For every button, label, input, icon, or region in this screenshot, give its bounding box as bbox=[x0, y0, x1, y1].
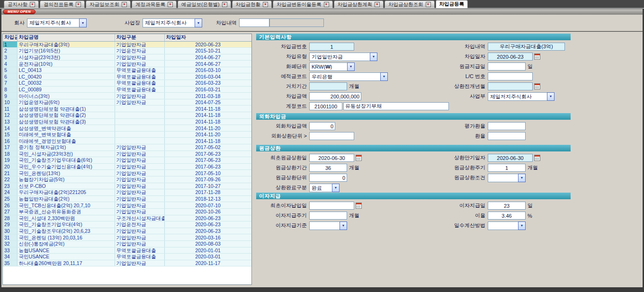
calendar-icon[interactable] bbox=[534, 53, 540, 60]
chevron-down-icon[interactable]: ▼ bbox=[195, 18, 202, 27]
maturity-date-field[interactable] bbox=[488, 154, 533, 162]
chevron-down-icon[interactable]: ▼ bbox=[332, 184, 340, 192]
table-row[interactable]: 20국민_우수기술기업신용대출(4억)기업일반자금2017-06-23 bbox=[3, 163, 251, 170]
site-select[interactable]: 제일저지주식회사 ▼ bbox=[143, 18, 202, 27]
table-row[interactable]: 5LC_00413무역포괄금융대출2016-03-10 bbox=[3, 67, 251, 73]
menu-open-button[interactable]: MENU OPEN bbox=[3, 9, 36, 14]
first-interest-date-field[interactable] bbox=[309, 202, 354, 210]
table-row[interactable]: 35하나대출260백만원 20,11,17기업일반자금2020-11-17 bbox=[3, 260, 251, 266]
table-row[interactable]: 4운전자금(10억)기업일반자금2014-06-27 bbox=[3, 61, 251, 67]
eval-rate-field[interactable] bbox=[488, 122, 526, 130]
tab-close-icon[interactable]: × bbox=[168, 2, 173, 7]
loan-date-field[interactable] bbox=[488, 53, 533, 61]
tab-차입금상환조회[interactable]: 차입금상환조회× bbox=[385, 0, 435, 8]
fc-amount-field[interactable] bbox=[309, 122, 335, 130]
currency-select[interactable]: KRW(₩) ▼ bbox=[309, 62, 355, 71]
chevron-down-icon[interactable]: ▼ bbox=[347, 62, 355, 71]
tab-close-icon[interactable]: × bbox=[76, 2, 81, 7]
chevron-down-icon[interactable]: ▼ bbox=[370, 53, 377, 61]
chevron-down-icon[interactable]: ▼ bbox=[518, 221, 526, 230]
deposit-code-select[interactable]: 우리은행 ▼ bbox=[309, 72, 388, 81]
rate-field[interactable] bbox=[488, 212, 526, 220]
table-row[interactable]: 13삼성생명단체보험 약관대출(3)2014-11-18 bbox=[3, 118, 251, 125]
first-repay-date-field[interactable] bbox=[309, 154, 354, 162]
account-code-field[interactable] bbox=[309, 102, 342, 110]
tab-차입금상환계획[interactable]: 차입금상환계획× bbox=[334, 0, 384, 8]
table-row[interactable]: 2기업기보(16억5천)기업운전자금2015-10-21 bbox=[3, 48, 251, 54]
repay-start-ym-field[interactable] bbox=[488, 82, 533, 90]
table-row[interactable]: 29국민_기술창조기업우대(4억)기업운전자금2020-06-23 bbox=[3, 221, 251, 228]
fc-repay-unit-field[interactable] bbox=[309, 132, 354, 140]
table-row[interactable]: 10기업운영자금(6억)기업일반자금2014-07-25 bbox=[3, 99, 251, 106]
table-row[interactable]: 6LC_00420무역포괄금융대출2016-03-04 bbox=[3, 73, 251, 80]
chevron-down-icon[interactable]: ▼ bbox=[518, 174, 526, 182]
repay-period-field[interactable] bbox=[309, 164, 347, 172]
chevron-down-icon[interactable]: ▼ bbox=[547, 92, 555, 101]
loan-desc-field[interactable] bbox=[488, 43, 565, 51]
grace-period-field[interactable] bbox=[309, 82, 347, 90]
tab-차입금현황[interactable]: 차입금현황× bbox=[232, 0, 272, 8]
table-row[interactable]: 1우리구매자금대출(3억)기업일반자금2020-06-23 bbox=[3, 41, 251, 48]
table-row[interactable]: 27부국증권_선순위유동화증권기업일반자금2020-10-26 bbox=[3, 208, 251, 215]
table-row[interactable]: 19국민_기술창조기업우대대출(6억)기업일반자금2017-06-23 bbox=[3, 157, 251, 164]
tab-close-icon[interactable]: × bbox=[375, 2, 380, 7]
tab-close-icon[interactable]: × bbox=[324, 2, 329, 7]
principal-pay-day-field[interactable] bbox=[488, 62, 526, 71]
repay-cycle-field[interactable] bbox=[488, 164, 526, 172]
table-row[interactable]: 30국민_기술창조우대(2억) 20,6,23기업일반자금2020-06-23 bbox=[3, 228, 251, 234]
interest-cycle-field[interactable] bbox=[309, 212, 347, 220]
table-row[interactable]: 18국민_시설자금(23억3천)기업일반자금2017-06-23 bbox=[3, 150, 251, 157]
table-row[interactable]: 8LC_00089무역포괄금융대출2016-03-21 bbox=[3, 86, 251, 93]
calendar-icon[interactable] bbox=[534, 83, 540, 89]
loan-amount-field[interactable] bbox=[309, 92, 361, 100]
tab-계정과목등록[interactable]: 계정과목등록× bbox=[132, 0, 177, 8]
tab-예금일보(은행별)[interactable]: 예금일보(은행별)× bbox=[178, 0, 231, 8]
day-calc-select[interactable]: ▼ bbox=[488, 221, 526, 230]
calendar-icon[interactable] bbox=[534, 155, 540, 161]
interest-basis-select[interactable]: ▼ bbox=[309, 221, 347, 230]
tab-차입금변동이율등록[interactable]: 차입금변동이율등록× bbox=[273, 0, 333, 8]
ex-rate-field[interactable] bbox=[488, 132, 526, 140]
tab-결의전표등록[interactable]: 결의전표등록× bbox=[40, 0, 85, 8]
loan-no-field[interactable] bbox=[309, 43, 354, 51]
loan-type-select[interactable]: 기업일반자금 ▼ bbox=[309, 53, 377, 61]
tab-자금일보조회[interactable]: 자금일보조회× bbox=[86, 0, 131, 8]
interest-day-field[interactable] bbox=[488, 202, 526, 210]
tab-차입금등록[interactable]: 차입금등록 bbox=[436, 0, 468, 8]
table-row[interactable]: 15미래에셋_변액보험대출2014-11-20 bbox=[3, 131, 251, 138]
table-row[interactable]: 12삼성생명단체보험 약관대출(2)2014-11-18 bbox=[3, 112, 251, 119]
tab-close-icon[interactable]: × bbox=[263, 2, 268, 7]
table-row[interactable]: 32신한(-)통장예금(2억)기업일반자금2020-08-03 bbox=[3, 240, 251, 247]
table-row[interactable]: 24우리구매자금대출(2억)221205기업일반자금2017-11-28 bbox=[3, 189, 251, 196]
table-row[interactable]: 23신보 P-CBO기업일반자금2017-10-27 bbox=[3, 183, 251, 189]
table-row[interactable]: 16미래에셋_경영인보험대출2014-11-18 bbox=[3, 138, 251, 144]
table-row[interactable]: 33농협USANCE무역포괄금융대출2020-01-01 bbox=[3, 247, 251, 254]
tab-close-icon[interactable]: × bbox=[30, 2, 35, 7]
account-name-field[interactable] bbox=[343, 102, 449, 110]
tab-close-icon[interactable]: × bbox=[122, 2, 127, 7]
table-row[interactable]: 11삼성생명단체보험 약관대출(1)2014-11-18 bbox=[3, 106, 251, 112]
table-row[interactable]: 28국민_시설대 2,330백만원구조개선시설자금대출2020-06-23 bbox=[3, 215, 251, 221]
complete-select[interactable]: 완료 ▼ bbox=[309, 184, 340, 192]
tab-공지사항[interactable]: 공지사항× bbox=[4, 0, 39, 8]
table-row[interactable]: 31국민_온렌딩 (13억) 20,03,16기업일반자금2020-03-16 bbox=[3, 234, 251, 241]
chevron-down-icon[interactable]: ▼ bbox=[340, 221, 347, 230]
table-row[interactable]: 17중기청 정책자금(1억)기업일반자금2017-05-02 bbox=[3, 144, 251, 151]
table-row[interactable]: 21국민_온렌딩(13억)기업일반자금2017-05-10 bbox=[3, 170, 251, 177]
loan-desc-input[interactable] bbox=[239, 18, 269, 27]
company-select[interactable]: 제일저지주식회사 ▼ bbox=[27, 18, 87, 27]
table-row[interactable]: 7LC_00032무역포괄금융대출2016-03-23 bbox=[3, 80, 251, 87]
chevron-down-icon[interactable]: ▼ bbox=[79, 18, 87, 27]
table-row[interactable]: 9마이너스(3억)기업일반자금2011-03-18 bbox=[3, 93, 251, 99]
chevron-down-icon[interactable]: ▼ bbox=[380, 72, 388, 81]
repay-unit-field[interactable] bbox=[309, 174, 347, 182]
tab-close-icon[interactable]: × bbox=[426, 2, 431, 7]
table-row[interactable]: 3시설자금(23억3천)기업일반자금2014-06-27 bbox=[3, 54, 251, 61]
table-row[interactable]: 22농협장기차입금(5억)기업일반자금2017-09-26 bbox=[3, 176, 251, 183]
table-row[interactable]: 34국민USANCE무역포괄금융대출2020-03-01 bbox=[3, 254, 251, 260]
table-row[interactable]: 25농협일반자금대출(2억)기업일반자금2018-12-13 bbox=[3, 195, 251, 202]
tab-close-icon[interactable]: × bbox=[222, 2, 227, 7]
repay-cond-select[interactable]: ▼ bbox=[488, 174, 526, 182]
division-select[interactable]: 제일저지주식회사 ▼ bbox=[488, 92, 555, 101]
table-row[interactable]: 14삼성생명_변액약관대출2014-11-20 bbox=[3, 125, 251, 132]
